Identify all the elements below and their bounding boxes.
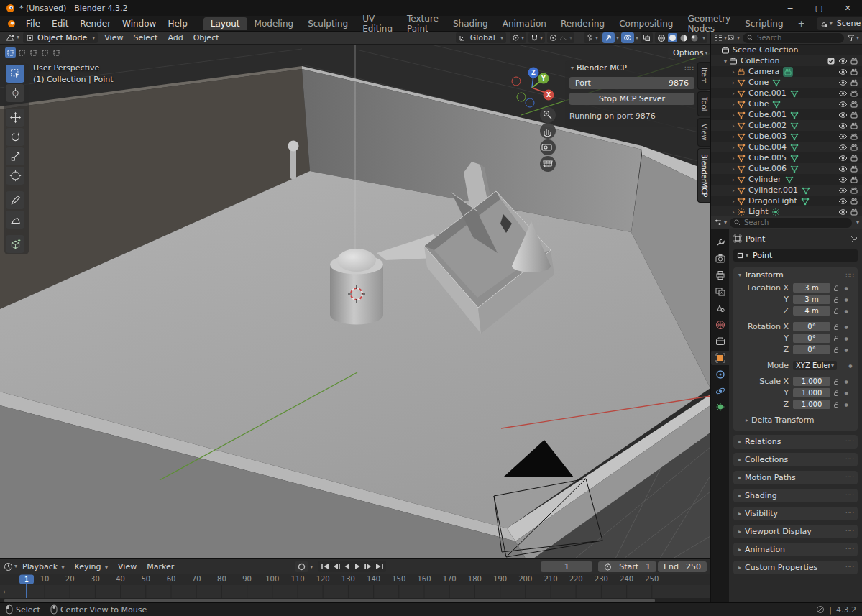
close-button[interactable]: ✕ [833,0,862,16]
animate-dot[interactable]: ● [842,402,850,407]
panel-viewport-display[interactable]: ▸Viewport Display∷∷ [733,525,858,538]
end-value[interactable]: 250 [686,562,701,571]
editor-type-viewport-icon[interactable]: ▾ [5,34,19,42]
wireframe-shading-icon[interactable] [657,34,666,42]
properties-tab-output[interactable] [711,268,729,282]
panel-shading[interactable]: ▸Shading∷∷ [733,489,858,502]
hide-in-viewport-toggle[interactable] [837,144,848,151]
jump-end-button[interactable] [374,561,385,571]
outliner-row-light[interactable]: › Light [711,206,862,216]
panel-visibility[interactable]: ▸Visibility∷∷ [733,507,858,520]
properties-search-input[interactable] [743,218,848,227]
expand-icon[interactable]: › [730,176,737,183]
eye-icon[interactable] [838,111,848,119]
properties-tab-constraints[interactable] [711,367,729,382]
editor-type-properties-icon[interactable]: ▾ [714,219,727,226]
select-mode-subtract-button[interactable] [28,47,39,58]
expand-icon[interactable]: › [730,122,737,129]
outliner-row-collection[interactable]: ▾ Collection [711,55,862,66]
location-x-field[interactable]: 3 m [793,283,830,293]
lock-toggle[interactable] [830,323,842,331]
blender-menu-icon[interactable] [6,19,17,28]
properties-tab-object[interactable] [711,351,729,365]
menu-help[interactable]: Help [162,17,193,30]
eye-icon[interactable] [838,165,848,173]
disable-in-renders-toggle[interactable] [848,154,860,162]
timeline-menu-view[interactable]: View [113,562,142,571]
gizmo-z-axis[interactable]: Z [531,70,536,76]
outliner-row-scene collection[interactable]: Scene Collection [711,45,862,55]
current-frame-field[interactable]: 1 [541,561,592,572]
menu-edit[interactable]: Edit [46,17,74,30]
animate-dot[interactable]: ● [842,297,850,302]
y-field[interactable]: 3 m [793,295,830,304]
hide-in-viewport-toggle[interactable] [837,176,848,183]
workspace-tab-rendering[interactable]: Rendering [554,17,612,30]
mcp-port-value[interactable]: 9876 [669,78,689,88]
scale-x-field[interactable]: 1.000 [793,377,830,386]
collection-checkbox[interactable] [825,58,837,65]
hide-in-viewport-toggle[interactable] [837,165,848,173]
eye-icon[interactable] [838,101,848,108]
disable-in-renders-toggle[interactable] [848,132,860,141]
y-field[interactable]: 0° [793,334,830,343]
hide-in-viewport-toggle[interactable] [837,101,848,108]
outliner-row-cube-003[interactable]: › Cube.003 [711,131,862,142]
gizmos-toggle[interactable] [602,32,615,43]
tool-annotate-button[interactable] [6,191,24,209]
scene-selector[interactable]: ▾ Scene ✕ [817,17,862,30]
snap-toggle[interactable]: ▾ [528,32,545,43]
scene-name[interactable]: Scene [833,19,862,28]
viewport-menu-view[interactable]: View [99,33,128,42]
outliner-search[interactable] [743,33,844,43]
animate-dot[interactable]: ● [842,308,850,313]
sidebar-tab-tool[interactable]: Tool [697,91,710,116]
orthographic-button[interactable] [540,156,556,172]
properties-tab-render[interactable] [711,252,729,266]
add-workspace-button[interactable]: + [791,17,812,30]
timeline-menu-keying[interactable]: Keying ▾ [70,562,113,571]
hide-in-viewport-toggle[interactable] [837,133,848,140]
workspace-tab-sculpting[interactable]: Sculpting [301,17,355,30]
camera-data-icon[interactable] [784,68,792,76]
eye-icon[interactable] [838,133,848,140]
properties-tab-world[interactable] [711,318,729,332]
outliner-search-input[interactable] [756,33,840,42]
zoom-button[interactable] [540,107,556,123]
outliner-row-cube-005[interactable]: › Cube.005 [711,152,862,163]
animate-dot[interactable]: ● [842,379,850,384]
outliner-row-cube-002[interactable]: › Cube.002 [711,120,862,131]
outliner-row-cone-001[interactable]: › Cone.001 [711,88,862,98]
delta-transform-panel[interactable]: Delta Transform [751,415,815,425]
select-mode-extend-button[interactable] [17,47,27,58]
timeline-ruler[interactable]: 1020304050607080901001101201301401501601… [0,574,710,603]
expand-icon[interactable]: › [730,165,737,173]
gizmo-x-axis[interactable]: X [546,92,551,98]
maximize-button[interactable]: ▢ [804,0,833,16]
eye-icon[interactable] [838,144,848,151]
outliner-row-cube[interactable]: › Cube [711,98,862,109]
expand-icon[interactable]: › [730,101,737,108]
hide-in-viewport-toggle[interactable] [837,58,848,65]
panel-custom-properties[interactable]: ▸Custom Properties∷∷ [733,561,858,574]
z-field[interactable]: 0° [793,345,830,354]
workspace-tab-layout[interactable]: Layout [203,17,247,30]
outliner-row-cone[interactable]: › Cone [711,77,862,88]
lock-toggle[interactable] [830,308,842,315]
sidebar-tab-item[interactable]: Item [697,62,710,90]
tool-cursor-button[interactable] [6,84,24,102]
hide-in-viewport-toggle[interactable] [837,208,848,216]
expand-icon[interactable]: › [730,68,737,75]
panel-motion-paths[interactable]: ▸Motion Paths∷∷ [733,471,858,484]
lock-toggle[interactable] [830,296,842,303]
hide-in-viewport-toggle[interactable] [837,122,848,129]
panel-drag-icon[interactable]: ∷∷ [846,272,854,279]
expand-icon[interactable]: ▾ [722,58,729,65]
jump-start-button[interactable] [320,561,331,571]
animate-dot[interactable]: ● [842,336,850,341]
lock-toggle[interactable] [830,285,842,292]
rotation-mode-dropdown[interactable]: XYZ Euler▾ [793,361,837,370]
eye-icon[interactable] [838,155,848,162]
hide-in-viewport-toggle[interactable] [837,90,848,97]
editor-type-timeline-icon[interactable]: ▾ [4,562,17,571]
